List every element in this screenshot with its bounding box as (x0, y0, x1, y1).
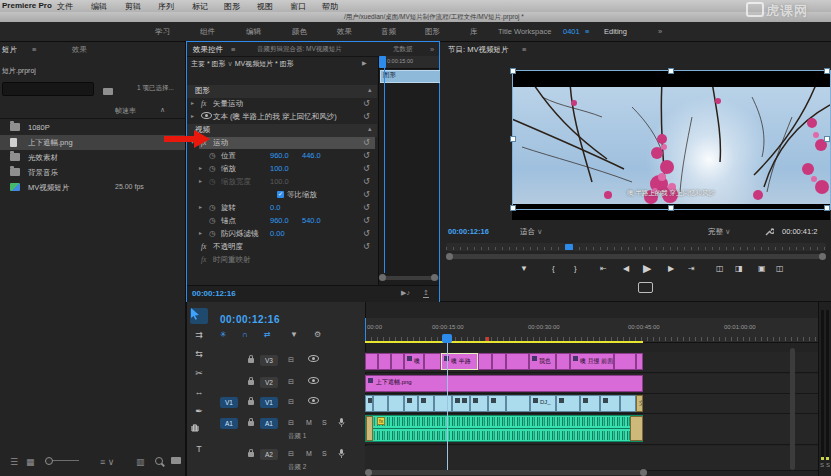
workspace-menu-icon[interactable]: ≡ (585, 27, 589, 36)
workspace-tab-3[interactable]: 颜色 (292, 27, 307, 37)
timeline-vertical-scrollbar[interactable] (790, 348, 795, 470)
reset-icon[interactable]: ↺ (363, 164, 370, 173)
menu-item-9[interactable]: 帮助 (322, 1, 338, 12)
track-select-forward-tool[interactable]: ⇉ (190, 327, 208, 343)
clip-transform-box[interactable] (512, 70, 831, 210)
effect-row-时间重映射[interactable]: fx时间重映射 (187, 254, 377, 267)
track-v1[interactable]: DJ_交 (365, 394, 818, 414)
menu-item-1[interactable]: 文件 (57, 1, 73, 12)
menu-item-5[interactable]: 标记 (192, 1, 208, 12)
linked-selection-icon[interactable]: ⇄ (264, 330, 271, 339)
reset-icon[interactable]: ↺ (363, 242, 370, 251)
clip-video[interactable] (580, 395, 600, 412)
solo-button[interactable]: S (322, 450, 327, 457)
effect-row-文本 (噢 半路上的我 穿上回忆和风沙)[interactable]: ▸文本 (噢 半路上的我 穿上回忆和风沙)↺ (187, 111, 377, 124)
stopwatch-icon[interactable]: ◷ (209, 177, 216, 186)
source-patch-a1[interactable]: A1 (220, 418, 238, 429)
transform-handle[interactable] (510, 68, 516, 74)
chevron-right-icon[interactable]: ▸ (191, 99, 194, 106)
track-v2[interactable]: 上下遮幅.png (365, 374, 818, 394)
zoom-slider-icon[interactable] (45, 457, 79, 467)
menu-item-3[interactable]: 剪辑 (125, 1, 141, 12)
settings-wrench-icon[interactable] (764, 227, 774, 237)
reset-icon[interactable]: ↺ (363, 138, 370, 147)
icon-view-icon[interactable]: ▦ (26, 457, 35, 467)
monitor-timecode[interactable]: 00:00:12:16 (448, 227, 489, 236)
effect-row-不透明度[interactable]: fx不透明度↺ (187, 241, 377, 254)
timeline-horizontal-scrollbar[interactable] (365, 470, 647, 475)
timeline-timecode[interactable]: 00:00:12:16 (220, 314, 280, 325)
sync-lock-icon[interactable]: ⊟ (288, 356, 294, 364)
sync-lock-icon[interactable]: ⊟ (288, 419, 294, 427)
stopwatch-icon[interactable]: ◷ (209, 203, 216, 212)
selection-tool[interactable] (190, 308, 208, 324)
workspace-tab-5[interactable]: 音频 (381, 27, 396, 37)
tab-effects[interactable]: 效果 (72, 45, 87, 55)
ripple-edit-tool[interactable]: ⇆ (190, 346, 208, 362)
transform-handle[interactable] (824, 205, 830, 211)
sync-lock-icon[interactable]: ⊟ (288, 450, 294, 458)
menu-item-6[interactable]: 图形 (224, 1, 240, 12)
workspace-tab-editing[interactable]: Editing (604, 27, 627, 36)
lock-icon[interactable] (248, 452, 254, 457)
workspace-tab-2[interactable]: 编辑 (246, 27, 261, 37)
new-bin-icon[interactable] (171, 457, 181, 467)
clip-graphic[interactable] (636, 353, 643, 370)
clip-graphic[interactable] (365, 353, 378, 370)
clip-graphic[interactable] (378, 353, 391, 370)
effect-row-防闪烁滤镜[interactable]: ▸◷防闪烁滤镜0.00↺ (187, 228, 377, 241)
value-field[interactable]: 0.0 (270, 203, 280, 212)
slip-tool[interactable]: ↔ (190, 384, 208, 400)
clip-graphic[interactable] (424, 353, 441, 370)
timeline-ruler[interactable]: 00:0000:00:15:0000:00:30:0000:00:45:0000… (365, 318, 818, 343)
tab-audio-mixer[interactable]: 音频剪辑混合器: MV视频短片 (257, 45, 342, 54)
mark-in-button[interactable]: { (552, 264, 555, 273)
clip-video[interactable] (365, 395, 373, 412)
menu-item-7[interactable]: 视图 (257, 1, 273, 12)
column-header-framerate[interactable]: 帧速率 (115, 106, 136, 116)
monitor-playhead[interactable] (565, 244, 573, 250)
track-visibility-icon[interactable] (308, 355, 319, 363)
monitor-menu-icon[interactable]: ≡ (522, 45, 526, 54)
track-select-a1[interactable]: A1 (260, 418, 278, 429)
type-tool[interactable]: T (190, 441, 208, 457)
effect-controls-overflow-icon[interactable]: » (430, 45, 434, 54)
zoom-fit-dropdown[interactable]: 适合 ∨ (520, 227, 543, 237)
go-to-in-button[interactable]: ⇤ (600, 264, 607, 273)
clip-graphic[interactable] (556, 353, 570, 370)
export-frame-button[interactable]: ▣ (758, 264, 766, 273)
clip-graphic[interactable] (492, 353, 506, 370)
automate-to-sequence-icon[interactable]: ▥ (136, 457, 145, 467)
tab-project[interactable]: 短片 (2, 45, 17, 55)
effect-row-缩放宽度[interactable]: ▸◷缩放宽度100.0↺ (187, 176, 377, 189)
pen-tool[interactable]: ✒ (190, 403, 208, 419)
clip-graphic-噢 且慢 前面[interactable]: 噢 且慢 前面 (570, 353, 614, 370)
stopwatch-icon[interactable]: ◷ (209, 151, 216, 160)
transform-handle[interactable] (824, 136, 830, 142)
reset-icon[interactable]: ↺ (363, 99, 370, 108)
sync-lock-icon[interactable]: ⊟ (288, 398, 294, 406)
clip-video-DJ_[interactable]: DJ_ (530, 395, 556, 412)
workspace-tab-0401[interactable]: 0401 (563, 27, 580, 36)
lock-icon[interactable] (248, 380, 254, 385)
play-button[interactable]: ▶ (643, 262, 651, 275)
tab-program-monitor[interactable]: 节目: MV视频短片 (448, 45, 508, 55)
audio-transition[interactable] (630, 416, 643, 441)
transform-handle[interactable] (668, 205, 674, 211)
comparison-view-button[interactable]: ◫ (776, 264, 784, 273)
workspace-tab-8[interactable]: Title Workspace (498, 27, 551, 36)
lock-icon[interactable] (248, 400, 254, 405)
solo-right[interactable]: S (826, 462, 830, 468)
transform-handle[interactable] (668, 68, 674, 74)
reset-icon[interactable]: ↺ (363, 190, 370, 199)
effect-row-图形[interactable]: 图形▴ (187, 85, 377, 98)
monitor-zoom-scrollbar[interactable] (446, 254, 826, 259)
clip-video[interactable] (506, 395, 530, 412)
effect-row-旋转[interactable]: ▸◷旋转0.0↺ (187, 202, 377, 215)
scroll-knob-left[interactable] (446, 253, 453, 260)
sort-icon[interactable]: ≡ ∨ (100, 457, 114, 467)
clip-graphic[interactable] (478, 353, 492, 370)
transform-handle[interactable] (510, 136, 516, 142)
track-a2[interactable] (365, 446, 818, 471)
value-field[interactable]: 960.0 (270, 151, 289, 160)
